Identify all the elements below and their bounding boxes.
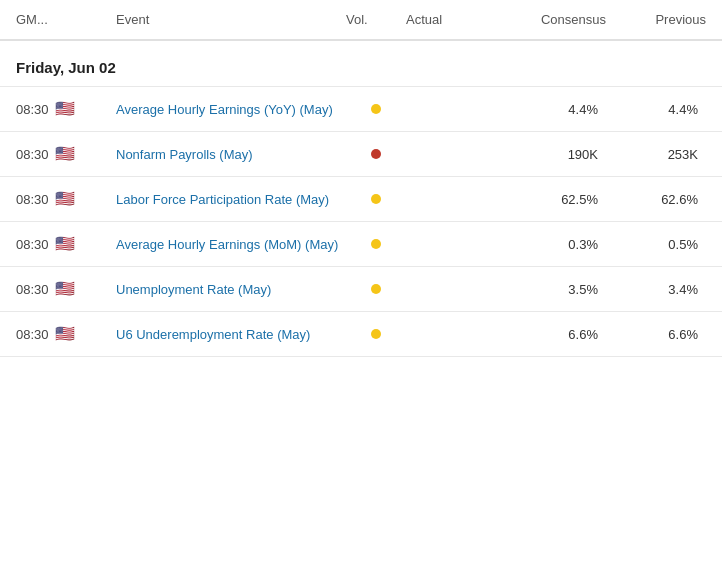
- time-cell: 08:30 🇺🇸: [16, 281, 116, 297]
- event-name[interactable]: Nonfarm Payrolls (May): [116, 147, 346, 162]
- table-row: 08:30 🇺🇸 Average Hourly Earnings (MoM) (…: [0, 222, 722, 267]
- time-cell: 08:30 🇺🇸: [16, 236, 116, 252]
- time-cell: 08:30 🇺🇸: [16, 191, 116, 207]
- table-row: 08:30 🇺🇸 Labor Force Participation Rate …: [0, 177, 722, 222]
- previous-value: 62.6%: [606, 192, 706, 207]
- previous-value: 6.6%: [606, 327, 706, 342]
- event-name[interactable]: Labor Force Participation Rate (May): [116, 192, 346, 207]
- time-cell: 08:30 🇺🇸: [16, 326, 116, 342]
- previous-header: Previous: [606, 12, 706, 27]
- volatility-cell: [346, 149, 406, 159]
- time-value: 08:30: [16, 327, 49, 342]
- time-value: 08:30: [16, 102, 49, 117]
- consensus-value: 0.3%: [486, 237, 606, 252]
- previous-value: 3.4%: [606, 282, 706, 297]
- consensus-header: Consensus: [486, 12, 606, 27]
- date-section-header: Friday, Jun 02: [0, 41, 722, 87]
- volatility-dot: [371, 194, 381, 204]
- event-header: Event: [116, 12, 346, 27]
- volatility-cell: [346, 329, 406, 339]
- volatility-cell: [346, 194, 406, 204]
- time-value: 08:30: [16, 237, 49, 252]
- volatility-dot: [371, 329, 381, 339]
- event-name[interactable]: U6 Underemployment Rate (May): [116, 327, 346, 342]
- event-name[interactable]: Average Hourly Earnings (MoM) (May): [116, 237, 346, 252]
- table-row: 08:30 🇺🇸 Unemployment Rate (May) 3.5% 3.…: [0, 267, 722, 312]
- previous-value: 4.4%: [606, 102, 706, 117]
- volatility-dot: [371, 284, 381, 294]
- volatility-dot: [371, 104, 381, 114]
- section-date: Friday, Jun 02: [16, 59, 116, 76]
- country-flag: 🇺🇸: [55, 236, 75, 252]
- volatility-dot: [371, 149, 381, 159]
- consensus-value: 3.5%: [486, 282, 606, 297]
- table-row: 08:30 🇺🇸 U6 Underemployment Rate (May) 6…: [0, 312, 722, 357]
- time-value: 08:30: [16, 147, 49, 162]
- time-cell: 08:30 🇺🇸: [16, 146, 116, 162]
- vol-header: Vol.: [346, 12, 406, 27]
- time-value: 08:30: [16, 192, 49, 207]
- gmt-header: GM...: [16, 12, 116, 27]
- time-cell: 08:30 🇺🇸: [16, 101, 116, 117]
- previous-value: 0.5%: [606, 237, 706, 252]
- country-flag: 🇺🇸: [55, 326, 75, 342]
- country-flag: 🇺🇸: [55, 191, 75, 207]
- table-row: 08:30 🇺🇸 Nonfarm Payrolls (May) 190K 253…: [0, 132, 722, 177]
- volatility-cell: [346, 239, 406, 249]
- previous-value: 253K: [606, 147, 706, 162]
- consensus-value: 6.6%: [486, 327, 606, 342]
- event-name[interactable]: Unemployment Rate (May): [116, 282, 346, 297]
- volatility-cell: [346, 104, 406, 114]
- volatility-dot: [371, 239, 381, 249]
- country-flag: 🇺🇸: [55, 281, 75, 297]
- table-header: GM... Event Vol. Actual Consensus Previo…: [0, 0, 722, 41]
- consensus-value: 62.5%: [486, 192, 606, 207]
- actual-header: Actual: [406, 12, 486, 27]
- consensus-value: 4.4%: [486, 102, 606, 117]
- country-flag: 🇺🇸: [55, 101, 75, 117]
- consensus-value: 190K: [486, 147, 606, 162]
- time-value: 08:30: [16, 282, 49, 297]
- country-flag: 🇺🇸: [55, 146, 75, 162]
- event-name[interactable]: Average Hourly Earnings (YoY) (May): [116, 102, 346, 117]
- table-row: 08:30 🇺🇸 Average Hourly Earnings (YoY) (…: [0, 87, 722, 132]
- volatility-cell: [346, 284, 406, 294]
- economic-calendar: GM... Event Vol. Actual Consensus Previo…: [0, 0, 722, 357]
